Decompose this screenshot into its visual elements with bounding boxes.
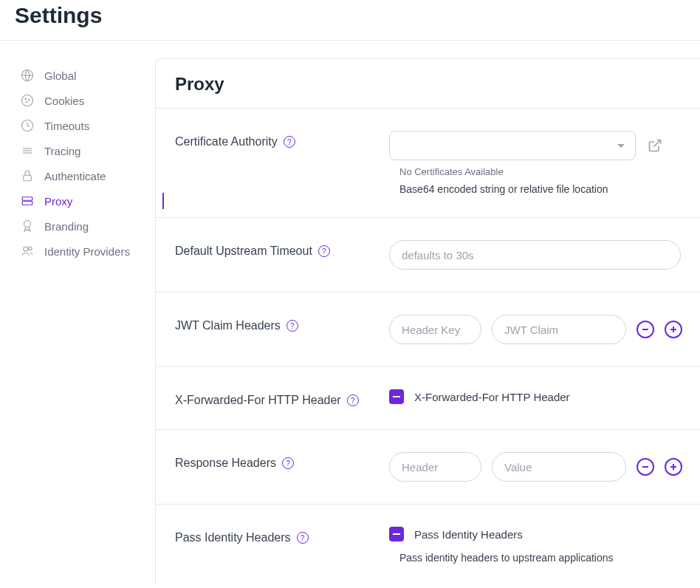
- sidebar-item-cookies[interactable]: Cookies: [15, 88, 148, 113]
- lock-icon: [21, 169, 34, 182]
- sidebar-item-proxy[interactable]: Proxy: [15, 188, 148, 213]
- help-icon[interactable]: ?: [297, 532, 309, 544]
- add-button[interactable]: [665, 458, 682, 476]
- svg-point-3: [25, 98, 27, 100]
- cookie-icon: [21, 94, 34, 107]
- hint-no-certs: No Certificates Available: [389, 166, 681, 177]
- sidebar-item-label: Tracing: [44, 145, 80, 157]
- certificate-authority-select[interactable]: [389, 131, 636, 160]
- pass-identity-checkbox-label: Pass Identity Headers: [414, 528, 523, 541]
- label-default-upstream-timeout: Default Upstream Timeout ?: [175, 240, 374, 270]
- help-icon[interactable]: ?: [286, 320, 298, 332]
- help-icon[interactable]: ?: [347, 394, 359, 406]
- label-text: X-Forwarded-For HTTP Header: [175, 394, 341, 407]
- pass-identity-checkbox[interactable]: [389, 527, 404, 541]
- label-jwt-claim-headers: JWT Claim Headers ?: [175, 315, 374, 344]
- sidebar-item-label: Timeouts: [44, 120, 89, 132]
- globe-icon: [21, 69, 34, 82]
- remove-button[interactable]: [636, 321, 654, 338]
- help-icon[interactable]: ?: [282, 457, 294, 469]
- svg-point-2: [22, 95, 33, 106]
- help-icon[interactable]: ?: [318, 245, 330, 257]
- row-response-headers: Response Headers ?: [156, 430, 700, 505]
- label-text: Certificate Authority: [175, 135, 278, 148]
- sidebar: Global Cookies Timeouts Tracing Authenti…: [0, 41, 155, 584]
- svg-point-4: [29, 100, 30, 101]
- row-default-upstream-timeout: Default Upstream Timeout ?: [156, 218, 700, 293]
- label-certificate-authority: Certificate Authority ?: [175, 131, 374, 195]
- default-upstream-timeout-input[interactable]: [389, 240, 681, 270]
- add-button[interactable]: [665, 321, 682, 338]
- sidebar-item-label: Identity Providers: [44, 245, 130, 258]
- svg-rect-11: [22, 197, 32, 201]
- response-header-key-input[interactable]: [389, 452, 481, 482]
- svg-point-5: [27, 102, 28, 103]
- sidebar-item-global[interactable]: Global: [15, 63, 148, 88]
- svg-point-14: [24, 247, 28, 251]
- svg-line-16: [653, 140, 660, 147]
- label-text: JWT Claim Headers: [175, 319, 281, 332]
- sidebar-item-label: Proxy: [44, 195, 72, 208]
- row-jwt-claim-headers: JWT Claim Headers ?: [156, 293, 700, 367]
- external-link-icon[interactable]: [648, 138, 662, 153]
- main-title: Proxy: [156, 59, 700, 109]
- row-pass-identity: Pass Identity Headers ? Pass Identity He…: [156, 505, 700, 584]
- svg-rect-10: [24, 175, 32, 181]
- sidebar-item-label: Authenticate: [44, 170, 106, 182]
- row-x-forwarded: X-Forwarded-For HTTP Header ? X-Forwarde…: [156, 367, 700, 430]
- sidebar-item-timeouts[interactable]: Timeouts: [15, 113, 148, 138]
- svg-point-13: [24, 221, 31, 228]
- row-certificate-authority: Certificate Authority ? No Certificates …: [156, 109, 700, 218]
- sidebar-item-branding[interactable]: Branding: [15, 213, 148, 239]
- label-x-forwarded: X-Forwarded-For HTTP Header ?: [175, 389, 374, 407]
- main-panel: Proxy Certificate Authority ? No Certifi…: [155, 58, 700, 584]
- response-header-value-input[interactable]: [492, 452, 626, 482]
- jwt-header-key-input[interactable]: [389, 315, 481, 344]
- layout-container: Global Cookies Timeouts Tracing Authenti…: [0, 41, 700, 584]
- jwt-claim-input[interactable]: [492, 315, 626, 344]
- remove-button[interactable]: [636, 458, 654, 476]
- chevron-down-icon: [617, 144, 625, 148]
- badge-icon: [21, 219, 34, 233]
- sidebar-item-identity-providers[interactable]: Identity Providers: [15, 239, 148, 264]
- lines-icon: [21, 144, 34, 157]
- x-forwarded-checkbox[interactable]: [389, 389, 404, 404]
- sidebar-item-tracing[interactable]: Tracing: [15, 138, 148, 163]
- x-forwarded-checkbox-label: X-Forwarded-For HTTP Header: [414, 391, 570, 403]
- label-text: Pass Identity Headers: [175, 531, 291, 544]
- sidebar-item-label: Branding: [44, 220, 89, 233]
- page-title: Settings: [0, 0, 700, 41]
- label-text: Default Upstream Timeout: [175, 245, 312, 258]
- label-text: Response Headers: [175, 457, 276, 470]
- help-icon[interactable]: ?: [284, 136, 295, 148]
- label-response-headers: Response Headers ?: [175, 452, 374, 482]
- users-icon: [21, 245, 34, 258]
- clock-icon: [21, 119, 34, 132]
- svg-point-15: [29, 247, 32, 250]
- pass-identity-hint: Pass identity headers to upstream applic…: [389, 552, 681, 564]
- hint-encoding: Base64 encoded string or relative file l…: [389, 183, 681, 195]
- sidebar-item-authenticate[interactable]: Authenticate: [15, 163, 148, 188]
- label-pass-identity: Pass Identity Headers ?: [175, 527, 374, 564]
- proxy-icon: [21, 194, 34, 208]
- sidebar-item-label: Global: [44, 69, 76, 82]
- svg-rect-12: [22, 202, 32, 205]
- sidebar-item-label: Cookies: [44, 95, 84, 107]
